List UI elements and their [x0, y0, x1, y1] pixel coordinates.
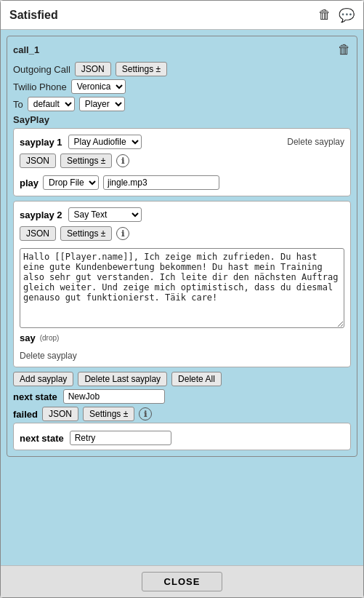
sayplay-1-title: sayplay 1: [20, 137, 62, 148]
sayplay-1-settings-btn[interactable]: Settings ±: [60, 154, 112, 168]
sayplay-2-info-icon[interactable]: ℹ: [116, 227, 129, 240]
play-label: play: [20, 178, 39, 188]
sayplay-1-header: sayplay 1 Play Audiofile Say Text Delete…: [20, 135, 344, 149]
twilio-phone-select[interactable]: Veronica: [71, 79, 126, 94]
sayplay-1-title-row: sayplay 1 Play Audiofile Say Text: [20, 135, 142, 149]
add-sayplay-btn[interactable]: Add sayplay: [13, 372, 73, 386]
sayplay-2-settings-btn[interactable]: Settings ±: [60, 226, 112, 241]
failed-settings-btn[interactable]: Settings ±: [83, 407, 134, 421]
twilio-phone-row: Twilio Phone Veronica: [13, 79, 351, 94]
titlebar-icons: 🗑 💬: [318, 7, 355, 23]
failed-json-btn[interactable]: JSON: [42, 407, 78, 421]
say-textarea[interactable]: Hallo [[Player.name]], Ich zeige mich zu…: [20, 248, 344, 328]
card-delete-icon[interactable]: 🗑: [338, 42, 351, 57]
sayplay-2-title-row: sayplay 2 Play Audiofile Say Text: [20, 207, 344, 222]
sayplay-1-info-icon[interactable]: ℹ: [116, 154, 129, 167]
default-select[interactable]: default: [28, 97, 75, 111]
next-state-label: next state: [13, 391, 57, 402]
delete-last-sayplay-btn[interactable]: Delete Last sayplay: [78, 372, 167, 386]
card-header: call_1 🗑: [13, 42, 351, 57]
sayplay-1-type-select[interactable]: Play Audiofile Say Text: [68, 135, 142, 149]
sayplay-1-controls-row: JSON Settings ± ℹ: [20, 154, 344, 168]
sayplay-2-type-select[interactable]: Play Audiofile Say Text: [68, 207, 142, 222]
main-window: Satisfied 🗑 💬 call_1 🗑 Outgoing Call JSO…: [0, 0, 364, 598]
sayplay-section-label: SayPlay: [13, 114, 351, 125]
sayplay-2-title: sayplay 2: [20, 210, 62, 220]
call-card: call_1 🗑 Outgoing Call JSON Settings ± T…: [7, 36, 357, 457]
say-label: say: [20, 332, 36, 343]
say-drop-hint: (drop): [40, 334, 60, 342]
card-title: call_1: [13, 44, 39, 55]
next-state-row: next state: [13, 389, 351, 404]
failed-info-icon[interactable]: ℹ: [139, 407, 152, 420]
failed-row: failed JSON Settings ± ℹ: [13, 407, 351, 421]
sayplay-1-container: sayplay 1 Play Audiofile Say Text Delete…: [13, 128, 351, 196]
delete-all-btn[interactable]: Delete All: [171, 372, 222, 386]
say-label-row: Hallo [[Player.name]], Ich zeige mich zu…: [20, 248, 344, 328]
window-body: call_1 🗑 Outgoing Call JSON Settings ± T…: [1, 30, 363, 565]
outgoing-call-label: Outgoing Call: [13, 64, 70, 75]
to-label: To: [13, 99, 23, 110]
outgoing-settings-btn[interactable]: Settings ±: [116, 62, 167, 76]
twilio-phone-label: Twilio Phone: [13, 81, 67, 92]
outgoing-call-row: Outgoing Call JSON Settings ±: [13, 62, 351, 76]
failed-next-state-input[interactable]: [70, 431, 171, 445]
comment-icon[interactable]: 💬: [339, 7, 355, 23]
failed-next-state-label: next state: [20, 433, 64, 444]
sayplay-1-delete-link[interactable]: Delete sayplay: [287, 137, 344, 147]
failed-next-state-box: next state: [13, 423, 351, 450]
say-drop-row: say (drop): [20, 332, 344, 343]
failed-label: failed: [13, 409, 38, 420]
outgoing-json-btn[interactable]: JSON: [75, 62, 111, 76]
sayplay-2-controls-row: JSON Settings ± ℹ: [20, 226, 344, 241]
window-title: Satisfied: [9, 9, 58, 22]
titlebar: Satisfied 🗑 💬: [1, 1, 363, 30]
footer: CLOSE: [1, 565, 363, 597]
to-row: To default Player: [13, 97, 351, 111]
play-row: play Drop File: [20, 175, 344, 190]
play-file-input[interactable]: [103, 175, 219, 190]
sayplay-1-json-btn[interactable]: JSON: [20, 154, 56, 168]
trash-icon[interactable]: 🗑: [318, 7, 331, 23]
sayplay-action-buttons: Add sayplay Delete Last sayplay Delete A…: [13, 372, 351, 386]
sayplay-2-json-btn[interactable]: JSON: [20, 226, 56, 241]
sayplay-2-delete-link[interactable]: Delete sayplay: [20, 351, 344, 361]
close-button[interactable]: CLOSE: [142, 572, 223, 591]
play-mode-select[interactable]: Drop File: [43, 175, 99, 190]
sayplay-2-container: sayplay 2 Play Audiofile Say Text JSON S…: [13, 201, 351, 367]
next-state-input[interactable]: [63, 389, 165, 404]
failed-next-state-row: next state: [20, 431, 344, 445]
player-select[interactable]: Player: [79, 97, 125, 111]
